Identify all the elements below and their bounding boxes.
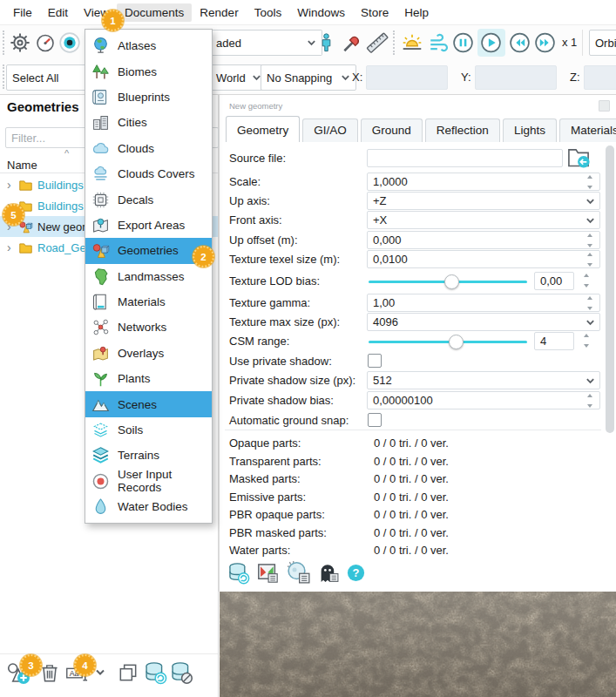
spinner-arrows[interactable]	[584, 296, 596, 310]
menu-help[interactable]: Help	[396, 3, 437, 22]
color-picker-button[interactable]	[341, 31, 363, 54]
panel-close-button[interactable]	[599, 100, 610, 112]
tab-materials[interactable]: Materials	[559, 118, 616, 142]
tab-lights[interactable]: Lights	[503, 118, 557, 142]
up-offset-spinbox[interactable]: 0,000	[367, 231, 600, 249]
performance-gauge-icon[interactable]	[35, 32, 56, 53]
scale-spinbox[interactable]: 1,0000	[367, 173, 600, 191]
tab-reflection[interactable]: Reflection	[425, 118, 500, 142]
menu-item-materials[interactable]: Materials	[85, 289, 212, 315]
lod-bias-slider[interactable]	[369, 281, 527, 283]
measure-ruler-button[interactable]	[366, 31, 389, 54]
slider-handle[interactable]	[444, 274, 459, 289]
menu-item-biomes[interactable]: Biomes	[85, 58, 212, 84]
menu-item-atlases[interactable]: Atlases	[85, 33, 212, 58]
shadow-report-icon[interactable]	[286, 559, 312, 585]
menu-edit[interactable]: Edit	[40, 3, 76, 22]
select-all-button[interactable]: Select All	[6, 64, 95, 91]
menu-item-cities[interactable]: Cities	[85, 110, 212, 135]
gamma-spinbox[interactable]: 1,00	[367, 294, 600, 312]
database-sync-button[interactable]	[143, 660, 167, 686]
menu-item-clouds[interactable]: Clouds	[85, 136, 212, 161]
name-column-header[interactable]: Name	[7, 159, 37, 172]
texture-report-icon[interactable]	[256, 561, 280, 585]
settings-button[interactable]	[9, 31, 31, 54]
up-axis-dropdown[interactable]: +Z	[367, 192, 600, 210]
up-axis-label: Up axis:	[229, 194, 270, 207]
chevron-down-icon[interactable]	[94, 667, 106, 678]
menu-file[interactable]: File	[5, 3, 40, 22]
x-coordinate-input[interactable]	[366, 65, 448, 90]
menu-item-landmasses[interactable]: Landmasses	[85, 264, 212, 289]
menu-item-scenes[interactable]: Scenes	[85, 391, 212, 416]
snapping-dropdown[interactable]: No Snapping	[261, 64, 356, 91]
menu-item-plants[interactable]: Plants	[85, 366, 212, 391]
scrollbar-thumb[interactable]	[606, 145, 614, 433]
step-forward-button[interactable]	[534, 31, 556, 54]
csm-range-slider[interactable]	[369, 341, 527, 343]
character-view-button[interactable]	[316, 31, 336, 54]
visibility-eye-icon[interactable]	[58, 31, 81, 54]
max-size-dropdown[interactable]: 4096	[367, 313, 600, 331]
spinner-arrows[interactable]	[580, 334, 592, 348]
private-shadow-size-dropdown[interactable]: 512	[367, 371, 600, 389]
texel-size-spinbox[interactable]: 0,0100	[367, 250, 600, 268]
front-axis-dropdown[interactable]: +X	[367, 211, 600, 229]
menu-item-terrains[interactable]: Terrains	[85, 443, 212, 468]
z-coordinate-label: Z:	[570, 71, 580, 84]
menu-render[interactable]: Render	[192, 3, 246, 22]
database-exclude-button[interactable]	[169, 660, 193, 686]
sort-caret-icon[interactable]: ^	[64, 148, 69, 159]
menu-item-overlays[interactable]: Overlays	[85, 341, 212, 366]
browse-file-button[interactable]	[566, 145, 591, 169]
z-coordinate-input[interactable]	[584, 65, 616, 90]
spinner-arrows[interactable]	[584, 233, 596, 247]
private-shadow-bias-spinbox[interactable]: 0,00000100	[367, 391, 600, 409]
space-dropdown[interactable]: World	[211, 64, 267, 91]
menu-documents[interactable]: Documents	[117, 3, 192, 22]
menu-tools[interactable]: Tools	[247, 3, 290, 22]
source-file-input[interactable]	[367, 149, 563, 167]
duplicate-button[interactable]	[117, 660, 139, 685]
menu-item-water-bodies[interactable]: Water Bodies	[85, 494, 212, 519]
help-icon[interactable]	[346, 563, 366, 583]
lod-bias-value[interactable]: 0,00	[534, 272, 574, 290]
menu-store[interactable]: Store	[353, 3, 396, 22]
wind-button[interactable]	[428, 31, 450, 54]
expand-arrow-icon[interactable]: ›	[7, 240, 14, 254]
menu-item-soils[interactable]: Soils	[85, 417, 212, 443]
menu-item-networks[interactable]: Networks	[85, 315, 212, 340]
occluder-report-icon[interactable]	[318, 561, 340, 585]
tab-ground[interactable]: Ground	[361, 118, 423, 142]
menu-item-decals[interactable]: Decals	[85, 186, 212, 212]
stat-label: Masked parts:	[229, 472, 301, 485]
menu-item-user-input-records[interactable]: User Input Records	[85, 469, 212, 494]
scale-label: Scale:	[229, 175, 261, 188]
spinner-arrows[interactable]	[584, 175, 596, 189]
spinner-arrows[interactable]	[584, 253, 596, 267]
pause-button[interactable]	[452, 31, 474, 54]
menu-item-clouds-covers[interactable]: Clouds Covers	[85, 161, 212, 186]
step-back-button[interactable]	[509, 31, 531, 54]
spinner-arrows[interactable]	[580, 274, 592, 288]
shading-mode-dropdown[interactable]: aded	[211, 30, 322, 56]
use-private-shadow-checkbox[interactable]	[368, 354, 382, 368]
terrain-viewport[interactable]	[220, 591, 616, 697]
auto-ground-snap-checkbox[interactable]	[368, 413, 382, 427]
csm-range-value[interactable]: 4	[534, 332, 574, 350]
toolbar-drag-handle[interactable]	[3, 30, 6, 55]
sun-daylight-button[interactable]	[400, 31, 424, 54]
database-sync-icon[interactable]	[227, 561, 250, 585]
spinner-arrows[interactable]	[584, 394, 596, 408]
tab-geometry[interactable]: Geometry	[226, 116, 300, 142]
y-coordinate-input[interactable]	[475, 65, 557, 90]
menu-windows[interactable]: Windows	[289, 3, 353, 22]
play-button[interactable]	[480, 31, 502, 54]
tab-gi-ao[interactable]: GI/AO	[302, 118, 358, 142]
camera-mode-dropdown[interactable]: Orbit c	[589, 30, 616, 56]
menu-item-blueprints[interactable]: Blueprints	[85, 85, 212, 110]
slider-handle[interactable]	[449, 335, 464, 349]
expand-arrow-icon[interactable]: ›	[7, 178, 14, 192]
scrollbar[interactable]	[606, 143, 615, 676]
menu-item-export-areas[interactable]: Export Areas	[85, 213, 212, 238]
